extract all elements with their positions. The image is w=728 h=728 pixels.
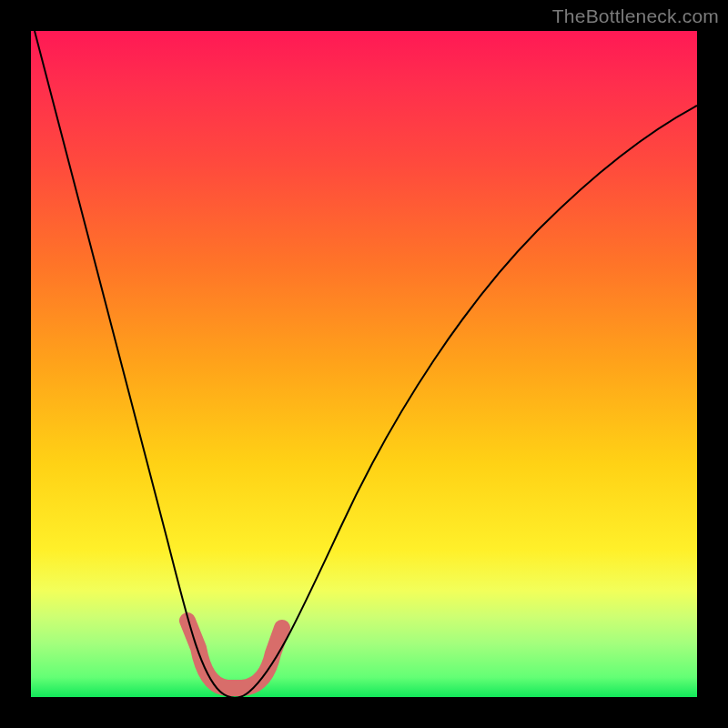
minimum-highlight [187,621,282,688]
bottleneck-curve [35,31,697,697]
curve-layer [31,31,697,697]
plot-area [31,31,697,697]
watermark-text: TheBottleneck.com [552,5,719,27]
chart-frame: TheBottleneck.com [0,0,728,728]
